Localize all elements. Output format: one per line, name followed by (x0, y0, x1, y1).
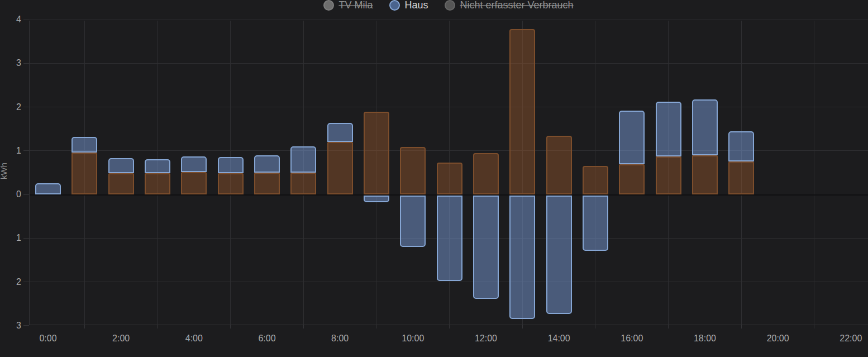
y-tick-label: 4 (3, 14, 21, 25)
y-tick-label: 1 (3, 145, 21, 156)
y-tick-label: 2 (3, 102, 21, 113)
bar-segment-brown[interactable] (108, 173, 134, 194)
bar-segment-brown[interactable] (692, 155, 718, 194)
chart-legend: TV MilaHausNicht erfasster Verbrauch (29, 0, 868, 12)
legend-item-nicht-erfasster-verbrauch[interactable]: Nicht erfasster Verbrauch (445, 0, 573, 11)
bar-segment-brown[interactable] (290, 173, 316, 194)
legend-item-label: Haus (404, 0, 428, 11)
energy-bar-chart: TV MilaHausNicht erfasster Verbrauch kWh… (0, 0, 868, 357)
x-tick (376, 325, 376, 329)
bar-segment-haus[interactable] (546, 196, 572, 314)
y-tick (23, 63, 29, 64)
legend-item-haus[interactable]: Haus (389, 0, 428, 11)
legend-item-tv-mila[interactable]: TV Mila (323, 0, 373, 11)
bar-segment-haus[interactable] (437, 196, 462, 281)
y-tick (23, 150, 29, 151)
bar-segment-brown[interactable] (145, 173, 170, 194)
bar-segment-brown[interactable] (327, 142, 353, 194)
bar-segment-brown[interactable] (254, 173, 280, 194)
y-tick (23, 282, 29, 282)
bar-segment-haus[interactable] (218, 157, 244, 173)
x-tick (522, 325, 523, 329)
y-tick-label: 0 (3, 189, 21, 200)
y-tick (23, 238, 29, 239)
x-tick (741, 325, 742, 329)
bar-segment-brown[interactable] (437, 163, 462, 194)
x-tick (230, 325, 231, 329)
h-gridline (29, 20, 868, 20)
bar-segment-brown[interactable] (619, 164, 645, 194)
x-tick (449, 325, 450, 329)
x-tick (303, 325, 304, 329)
x-tick-label: 12:00 (464, 333, 508, 344)
bar-segment-haus[interactable] (145, 159, 170, 174)
bar-segment-haus[interactable] (400, 196, 426, 247)
v-gridline (814, 21, 814, 325)
x-tick (668, 325, 669, 329)
legend-item-label: Nicht erfasster Verbrauch (460, 0, 573, 11)
x-tick-label: 0:00 (26, 333, 70, 344)
y-tick (23, 325, 29, 326)
bar-segment-brown[interactable] (218, 173, 244, 194)
y-tick-label: 3 (3, 58, 21, 69)
bar-segment-haus[interactable] (290, 146, 316, 173)
y-tick (23, 20, 29, 20)
bar-segment-haus[interactable] (656, 102, 681, 156)
y-tick-label: 1 (3, 232, 21, 244)
h-gridline (29, 107, 868, 107)
x-tick-label: 20:00 (756, 333, 800, 344)
bar-segment-brown[interactable] (583, 166, 608, 194)
legend-dot-icon (323, 0, 334, 11)
x-tick (84, 325, 85, 329)
h-gridline (29, 63, 868, 64)
bar-segment-brown[interactable] (546, 136, 572, 194)
x-tick (814, 325, 814, 329)
y-tick (23, 194, 29, 195)
legend-dot-icon (389, 0, 400, 11)
y-tick (23, 107, 29, 107)
y-tick-label: 2 (3, 277, 21, 288)
bar-segment-brown[interactable] (656, 156, 681, 194)
bar-segment-brown[interactable] (728, 161, 754, 194)
bar-segment-haus[interactable] (254, 155, 280, 173)
x-tick-label: 8:00 (318, 333, 363, 344)
bar-segment-haus[interactable] (509, 196, 535, 319)
bar-segment-haus[interactable] (181, 156, 207, 172)
bar-segment-brown[interactable] (71, 153, 97, 194)
bar-segment-brown[interactable] (181, 172, 207, 194)
plot-area: 432101230:002:004:006:008:0010:0012:0014… (0, 0, 868, 357)
bar-segment-haus[interactable] (728, 131, 754, 161)
x-tick-label: 4:00 (171, 333, 216, 344)
x-tick-label: 2:00 (99, 333, 144, 344)
x-axis-line (29, 325, 868, 325)
bar-segment-haus[interactable] (692, 99, 718, 155)
x-tick (595, 325, 595, 329)
bar-segment-brown[interactable] (473, 153, 499, 194)
x-tick-label: 16:00 (609, 333, 654, 344)
bar-segment-haus[interactable] (35, 183, 61, 194)
bar-segment-haus[interactable] (327, 123, 353, 142)
x-tick (157, 325, 158, 329)
bar-segment-haus[interactable] (619, 111, 645, 164)
bar-segment-brown[interactable] (509, 29, 535, 194)
bar-segment-haus[interactable] (71, 137, 97, 153)
bar-segment-haus[interactable] (108, 158, 134, 173)
legend-dot-icon (445, 0, 455, 11)
legend-item-label: TV Mila (338, 0, 373, 11)
y-tick-label: 3 (3, 320, 21, 331)
y-axis-line (29, 21, 30, 325)
x-tick-label: 6:00 (245, 333, 289, 344)
x-tick-label: 22:00 (828, 333, 868, 344)
bar-segment-haus[interactable] (364, 196, 389, 202)
bar-segment-brown[interactable] (400, 147, 426, 194)
bar-segment-haus[interactable] (583, 196, 608, 251)
h-gridline (29, 282, 868, 282)
x-tick-label: 14:00 (537, 333, 581, 344)
bar-segment-brown[interactable] (364, 112, 389, 194)
x-tick-label: 18:00 (683, 333, 727, 344)
x-tick-label: 10:00 (390, 333, 435, 344)
bar-segment-haus[interactable] (473, 196, 499, 299)
